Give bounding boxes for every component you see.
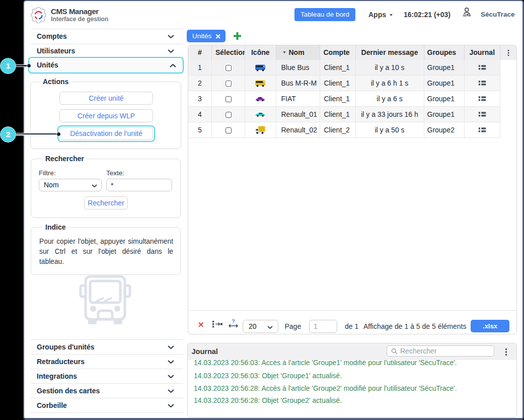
svg-text:?: ?: [232, 319, 235, 324]
